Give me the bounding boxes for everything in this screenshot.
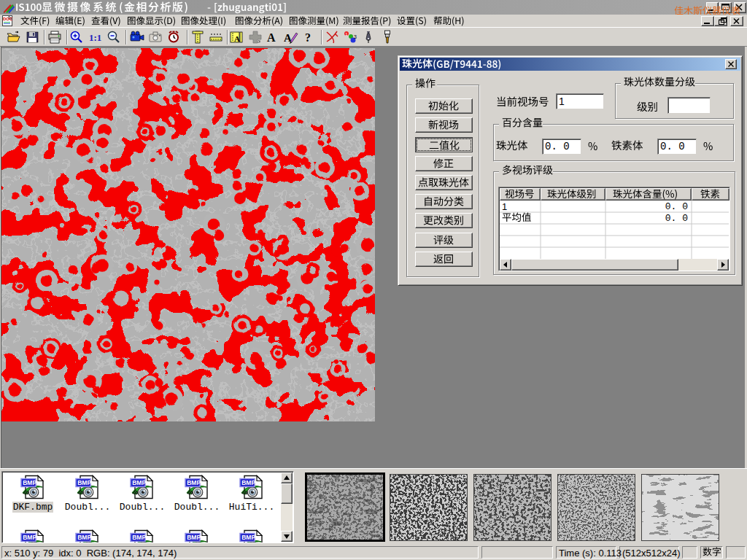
svg-text:BMP: BMP [241,534,255,541]
svg-text:BMP: BMP [23,534,36,541]
svg-text:BMP: BMP [77,534,91,541]
svg-text:BMP: BMP [132,534,146,541]
svg-text:BMP: BMP [187,534,201,541]
